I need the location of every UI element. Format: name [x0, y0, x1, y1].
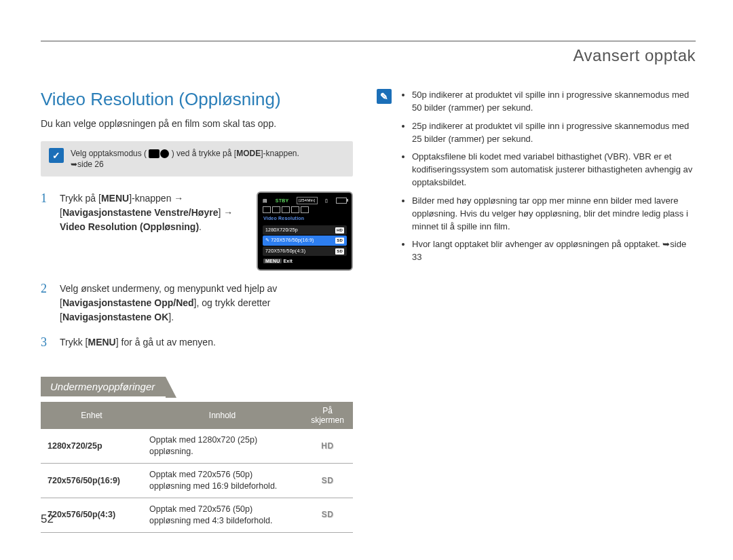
arrow-right-icon: →: [174, 193, 183, 204]
pencil-icon: ✎: [265, 238, 269, 242]
lcd-stby: STBY: [276, 198, 288, 205]
list-item: 50p indikerer at produktet vil spille in…: [412, 89, 696, 115]
submenu-header: Undermenyoppføringer: [41, 377, 166, 396]
note-post: ) ved å trykke på [: [172, 149, 236, 158]
th-onscreen: På skjermen: [302, 402, 353, 429]
check-icon: [49, 148, 64, 163]
row-content: Opptak med 720x576 (50p) oppløsning med …: [143, 464, 302, 498]
row-content: Opptak med 1280x720 (25p) oppløsning.: [143, 429, 302, 463]
content-columns: Video Resolution (Oppløsning) Du kan vel…: [41, 89, 696, 533]
top-rule: [41, 41, 696, 41]
video-mode-icon: [149, 149, 159, 158]
list-item: Hvor langt opptaket blir avhenger av opp…: [412, 238, 696, 264]
lcd-item-tag: SD: [335, 248, 344, 255]
mode-note-text: Velg opptaksmodus ( ) ved å trykke på [M…: [71, 148, 299, 170]
lcd-status-icon: [291, 206, 299, 213]
step-number: 2: [41, 282, 52, 324]
note-pre: Velg opptaksmodus (: [71, 149, 147, 158]
lcd-status-icon: [263, 206, 271, 213]
right-column: 50p indikerer at produktet vil spille in…: [377, 89, 696, 533]
lcd-status-icon: [272, 206, 280, 213]
lcd-status-icon: [301, 206, 309, 213]
lcd-menu-button-icon: MENU: [263, 259, 282, 263]
lcd-menu-title: Video Resolution: [261, 214, 349, 225]
lcd-item-label: 720X576/50p(4:3): [265, 248, 305, 255]
row-unit: 1280x720/25p: [41, 429, 143, 463]
note-ref: ➥side 26: [71, 160, 104, 169]
right-bullet-list: 50p indikerer at produktet vil spille in…: [401, 89, 696, 269]
section-title: Video Resolution (Oppløsning): [41, 89, 353, 110]
lcd-card-icon: ▤: [263, 198, 267, 205]
arrow-right-icon: →: [223, 207, 233, 218]
lcd-time: [254Min]: [297, 197, 318, 204]
pencil-note-icon: [377, 89, 392, 104]
sd-icon: SD: [322, 509, 334, 520]
list-item: Opptaksfilene bli kodet med variabel bit…: [412, 151, 696, 189]
page-number: 52: [41, 512, 54, 526]
lcd-menu-item: 720X576/50p(4:3) SD: [263, 246, 347, 257]
row-content: Opptak med 720x576 (50p) oppløsning med …: [143, 498, 302, 532]
lcd-item-tag: SD: [335, 238, 344, 244]
sd-icon: SD: [322, 475, 334, 486]
photo-mode-icon: [160, 149, 169, 158]
step-1: 1 ▤ STBY [254Min] ▯: [41, 191, 353, 271]
table-row: 720x576/50p(16:9) Opptak med 720x576 (50…: [41, 464, 353, 498]
th-content: Innhold: [143, 402, 302, 429]
row-icon: SD: [302, 498, 353, 532]
row-icon: SD: [302, 464, 353, 498]
lcd-menu-item: 1280X720/25p HD: [263, 225, 347, 236]
lcd-battery-icon: [336, 198, 347, 204]
step-body: ▤ STBY [254Min] ▯: [60, 191, 353, 271]
row-unit: 720x576/50p(16:9): [41, 464, 143, 498]
lcd-item-tag: HD: [335, 227, 344, 234]
table-row: 1280x720/25p Opptak med 1280x720 (25p) o…: [41, 429, 353, 463]
step-2: 2 Velg ønsket undermeny, og menypunkt ve…: [41, 282, 353, 324]
step-body: Trykk [MENU] for å gå ut av menyen.: [60, 335, 353, 350]
lcd-menu-item-selected: ✎720X576/50p(16:9) SD: [263, 236, 347, 246]
steps-list: 1 ▤ STBY [254Min] ▯: [41, 191, 353, 350]
lcd-exit-text: Exit: [283, 259, 293, 263]
intro-text: Du kan velge oppløsningen på en film som…: [41, 118, 353, 129]
lcd-signal-icon: ▯: [325, 198, 328, 205]
lcd-exit: MENUExit: [261, 257, 349, 267]
table-row: 720x576/50p(4:3) Opptak med 720x576 (50p…: [41, 498, 353, 532]
step-number: 1: [41, 191, 52, 271]
row-icon: HD: [302, 429, 353, 463]
lcd-item-label: ✎720X576/50p(16:9): [265, 237, 314, 244]
note-bold: MODE: [236, 149, 261, 158]
mode-icons: [149, 149, 169, 158]
step-number: 3: [41, 335, 52, 350]
lcd-screenshot: ▤ STBY [254Min] ▯: [257, 191, 353, 271]
th-unit: Enhet: [41, 402, 143, 429]
lcd-status-icon: [282, 206, 290, 213]
list-item: 25p indikerer at produktet vil spille in…: [412, 120, 696, 146]
lcd-item-label: 1280X720/25p: [265, 227, 298, 234]
step-3: 3 Trykk [MENU] for å gå ut av menyen.: [41, 335, 353, 350]
chapter-title: Avansert opptak: [573, 46, 696, 65]
right-note-block: 50p indikerer at produktet vil spille in…: [377, 89, 696, 269]
manual-page: Avansert opptak Video Resolution (Oppløs…: [0, 0, 733, 560]
list-item: Bilder med høy oppløsning tar opp mer mi…: [412, 195, 696, 234]
submenu-table: Enhet Innhold På skjermen 1280x720/25p O…: [41, 402, 353, 532]
step-body: Velg ønsket undermeny, og menypunkt ved …: [60, 282, 353, 324]
row-unit: 720x576/50p(4:3): [41, 498, 143, 532]
note-post2: ]-knappen.: [261, 149, 299, 158]
hd-icon: HD: [321, 441, 333, 451]
left-column: Video Resolution (Oppløsning) Du kan vel…: [41, 89, 353, 533]
mode-note-box: Velg opptaksmodus ( ) ved å trykke på [M…: [41, 141, 353, 176]
